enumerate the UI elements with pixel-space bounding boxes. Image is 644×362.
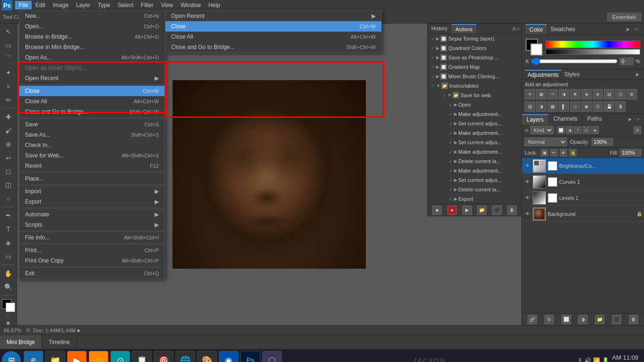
tool-history-brush[interactable]: ↩ — [2, 151, 15, 164]
taskbar-explorer[interactable]: 📁 — [45, 351, 65, 362]
taskbar-chrome[interactable]: 🌐 — [175, 351, 195, 362]
layers-panel-expand[interactable]: ≡ — [635, 115, 642, 123]
color-panel-menu[interactable]: ▶ — [624, 25, 632, 33]
tab-timeline[interactable]: Timeline — [42, 335, 77, 349]
tool-zoom[interactable]: 🔍 — [2, 280, 15, 293]
menu-open-as[interactable]: Open As...Alt+Shift+Ctrl+O — [19, 52, 165, 63]
action-instructables[interactable]: ✓ ▼ 📁 Instructables — [428, 81, 521, 90]
new-fill-btn[interactable]: ◑ — [578, 315, 587, 324]
k-slider[interactable] — [531, 59, 618, 63]
taskbar-paint[interactable]: 🎨 — [197, 351, 217, 362]
delete-layer-btn[interactable]: 🗑 — [629, 315, 638, 324]
adj-colorlookup[interactable]: ▧ — [525, 101, 535, 112]
action-delete-1[interactable]: ✓ ▶ Delete current la... — [428, 156, 521, 166]
link-layers-btn[interactable]: 🔗 — [528, 315, 537, 324]
menu-window[interactable]: Window — [177, 1, 205, 9]
menu-select[interactable]: Select — [114, 1, 137, 9]
menu-smart-object[interactable]: Open as Smart Object... — [19, 63, 165, 73]
stop-btn[interactable]: ■ — [432, 206, 442, 215]
tool-crop[interactable]: ⌗ — [2, 80, 15, 93]
menu-view[interactable]: View — [157, 1, 177, 9]
menu-new[interactable]: New...Ctrl+N — [19, 11, 165, 21]
layer-filter-toggle[interactable]: ⊙ — [634, 126, 641, 134]
new-action-btn[interactable]: ⬛ — [492, 206, 502, 215]
adj-threshold[interactable]: ▌ — [559, 101, 569, 112]
fill-input[interactable] — [620, 149, 641, 156]
blend-mode-select[interactable]: Normal — [525, 138, 567, 146]
tool-pen[interactable]: ✒ — [2, 209, 15, 222]
tool-eyedropper[interactable]: ✏ — [2, 94, 15, 107]
add-mask-btn[interactable]: ⬜ — [561, 315, 571, 324]
color-spectrum-bar[interactable] — [545, 41, 640, 48]
menu-automate[interactable]: Automate▶ — [19, 209, 165, 220]
action-make-adj-3[interactable]: ✓ ▶ Make adjustment... — [428, 147, 521, 156]
adj-vibrance[interactable]: ❋ — [570, 89, 580, 99]
tool-type[interactable]: T — [2, 223, 15, 236]
menu-help[interactable]: Help — [205, 1, 224, 9]
tray-battery[interactable]: 🔋 — [602, 357, 609, 362]
menu-save[interactable]: SaveCtrl+S — [19, 119, 165, 130]
new-layer-btn[interactable]: ⬛ — [612, 315, 621, 324]
menu-place[interactable]: Place... — [19, 173, 165, 184]
menu-revert[interactable]: RevertF12 — [19, 161, 165, 171]
taskbar-app2[interactable]: ⬡ — [262, 351, 282, 362]
play-btn[interactable]: ▶ — [462, 206, 472, 215]
k-value-input[interactable] — [619, 58, 634, 65]
menu-save-as[interactable]: Save As...Shift+Ctrl+S — [19, 130, 165, 140]
layer-item-curves[interactable]: 👁 Curves 1 — [522, 174, 644, 190]
layer-item-background[interactable]: 👁 Background 🔒 — [522, 206, 644, 222]
tool-marquee[interactable]: ▭ — [2, 39, 15, 52]
action-make-adj-4[interactable]: ✓ ▶ Make adjustment... — [428, 166, 521, 175]
add-style-btn[interactable]: fx — [545, 315, 554, 324]
adj-brightness[interactable]: ☀ — [525, 89, 535, 99]
adj-bw[interactable]: ▤ — [604, 89, 614, 99]
menu-type[interactable]: Type — [94, 1, 114, 9]
action-mixer-brush[interactable]: ✓ ▶ ⬜ Mixer Brush Cloning... — [428, 72, 521, 81]
tab-adjustments[interactable]: Adjustments — [525, 70, 561, 79]
layer-item-levels[interactable]: 👁 Levels 1 — [522, 190, 644, 206]
submenu-close[interactable]: Close Ctrl+W — [165, 21, 381, 32]
adj-panel-menu[interactable]: ▶ — [634, 71, 641, 78]
layer-eye-brightness[interactable]: 👁 — [524, 162, 531, 170]
tool-move[interactable]: ↖ — [2, 25, 15, 38]
tab-layers[interactable]: Layers — [522, 114, 549, 124]
action-save-web[interactable]: ✓ ▼ 📁 Save for web — [428, 90, 521, 100]
filter-shape[interactable]: ▭ — [583, 126, 590, 134]
submenu-close-all[interactable]: Close All Alt+Ctrl+W — [165, 32, 381, 42]
lock-paint[interactable]: ✏ — [550, 149, 558, 156]
adj-trash[interactable]: 🗑 — [615, 101, 626, 112]
filter-pixel[interactable]: ⬜ — [557, 126, 565, 134]
menu-browse-bridge[interactable]: Browse in Bridge...Alt+Ctrl+O — [19, 32, 165, 42]
menu-edit[interactable]: Edit — [32, 1, 49, 9]
menu-print-one[interactable]: Print One CopyAlt+Shift+Ctrl+P — [19, 255, 165, 266]
filter-type[interactable]: T — [574, 126, 582, 134]
status-expand-btn[interactable]: ▶ — [77, 328, 81, 333]
adj-channel-mixer[interactable]: ⊞ — [627, 89, 637, 99]
action-make-adj-1[interactable]: ✓ ▶ Make adjustment... — [428, 109, 521, 119]
menu-check-in[interactable]: Check In... — [19, 140, 165, 150]
taskbar-dart[interactable]: 🎯 — [154, 351, 173, 362]
history-tab[interactable]: History — [428, 24, 452, 33]
taskbar-media[interactable]: ▶ — [67, 351, 87, 362]
new-action-folder[interactable]: 📁 — [477, 206, 487, 215]
tool-hand[interactable]: ✋ — [2, 267, 15, 280]
start-button[interactable]: ⊞ — [2, 351, 21, 362]
record-btn[interactable]: ● — [447, 206, 457, 215]
tool-brush[interactable]: 🖌 — [2, 124, 15, 137]
menu-exit[interactable]: ExitCtrl+Q — [19, 268, 165, 279]
action-set-current-1[interactable]: ✓ ▶ Set current adjus... — [428, 119, 521, 128]
layer-item-brightness[interactable]: 👁 Brightness/Co... — [522, 158, 644, 174]
opacity-input[interactable] — [592, 138, 613, 146]
quick-mask[interactable]: ⬛ — [6, 315, 11, 320]
menu-close-bridge[interactable]: Close and Go to Bridge...Shift+Ctrl+W — [19, 107, 165, 117]
taskbar-arduino[interactable]: ⊙ — [110, 351, 130, 362]
tab-swatches[interactable]: Swatches — [547, 25, 579, 34]
tray-up-arrow[interactable]: ⊼ — [578, 357, 582, 362]
taskbar-blue[interactable]: ◉ — [219, 351, 239, 362]
tray-sound[interactable]: 🔊 — [584, 357, 591, 362]
background-color[interactable] — [6, 303, 15, 312]
adj-photo-filter[interactable]: ◫ — [615, 89, 626, 99]
tool-eraser[interactable]: ◻ — [2, 165, 15, 178]
menu-close-all[interactable]: Close AllAlt+Ctrl+W — [19, 96, 165, 107]
tab-color[interactable]: Color — [526, 24, 547, 34]
